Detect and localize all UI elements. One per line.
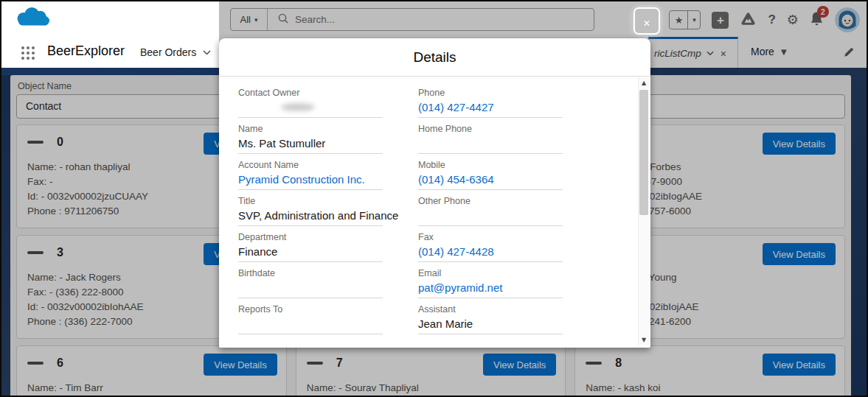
field-label: Phone [418, 88, 563, 98]
field-label: Department [238, 232, 383, 242]
detail-field: Assistant Jean Marie [418, 304, 563, 340]
modal-scrollbar[interactable]: ▲ ▼ [638, 77, 649, 345]
tab-label: Beer Orders [140, 46, 196, 58]
field-value-link[interactable]: Pyramid Construction Inc. [238, 173, 383, 190]
scrollbar-thumb[interactable] [639, 90, 648, 215]
field-value [418, 209, 563, 226]
detail-field: Home Phone [418, 124, 563, 160]
modal-title: Details [219, 38, 650, 77]
close-x-icon: × [643, 17, 650, 30]
scroll-up-arrow-icon[interactable]: ▲ [639, 80, 649, 86]
detail-field: Name Ms. Pat Stumuller [238, 124, 383, 160]
details-modal: Details Contact Owner Phone (014) 427-44… [219, 38, 650, 348]
field-label: Email [418, 268, 563, 278]
field-value-link[interactable]: pat@pyramid.net [418, 281, 563, 298]
field-label: Fax [418, 232, 563, 242]
field-value: Ms. Pat Stumuller [238, 137, 383, 154]
salesforce-cloud-logo-icon [13, 6, 55, 35]
chevron-down-icon [203, 50, 211, 55]
detail-field: Birthdate [238, 268, 383, 304]
field-value-link[interactable]: (014) 454-6364 [418, 173, 563, 190]
detail-field: Mobile (014) 454-6364 [418, 160, 563, 196]
detail-field: Other Phone [418, 196, 563, 232]
field-value: Finance [238, 245, 383, 262]
modal-close-button[interactable]: × [633, 7, 660, 35]
field-value [238, 281, 383, 298]
field-label: Home Phone [418, 124, 563, 134]
detail-field: Reports To [238, 304, 383, 340]
field-label: Name [238, 124, 383, 134]
tab-beer-orders[interactable]: Beer Orders [140, 46, 211, 58]
field-value: SVP, Administration and Finance [238, 209, 383, 226]
app-name: BeerExplorer [47, 43, 125, 59]
field-label: Account Name [238, 160, 383, 170]
field-label: Contact Owner [238, 88, 383, 98]
field-label: Title [238, 196, 383, 206]
detail-field: Phone (014) 427-4427 [418, 88, 563, 124]
detail-field: Department Finance [238, 232, 383, 268]
detail-field: Fax (014) 427-4428 [418, 232, 563, 268]
detail-field: Email pat@pyramid.net [418, 268, 563, 304]
field-label: Mobile [418, 160, 563, 170]
app-window: All ▾ ★ ▾ + ? ⚙ 2 [0, 0, 868, 397]
field-value-link[interactable]: (014) 427-4428 [418, 245, 563, 262]
redacted-value [275, 100, 336, 116]
field-value [238, 317, 383, 334]
field-label: Birthdate [238, 268, 383, 278]
app-launcher-waffle-icon[interactable] [21, 46, 35, 60]
field-label: Other Phone [418, 196, 563, 206]
field-value [418, 137, 563, 154]
detail-field: Contact Owner [238, 88, 383, 124]
field-value [238, 101, 383, 118]
modal-fields: Contact Owner Phone (014) 427-4427 Name … [219, 77, 650, 340]
detail-field: Account Name Pyramid Construction Inc. [238, 160, 383, 196]
field-value-link[interactable]: (014) 427-4427 [418, 101, 563, 118]
field-label: Reports To [238, 304, 383, 315]
field-label: Assistant [418, 304, 563, 315]
detail-field: Title SVP, Administration and Finance [238, 196, 383, 232]
scroll-down-arrow-icon[interactable]: ▼ [639, 337, 649, 343]
field-value: Jean Marie [418, 317, 563, 334]
